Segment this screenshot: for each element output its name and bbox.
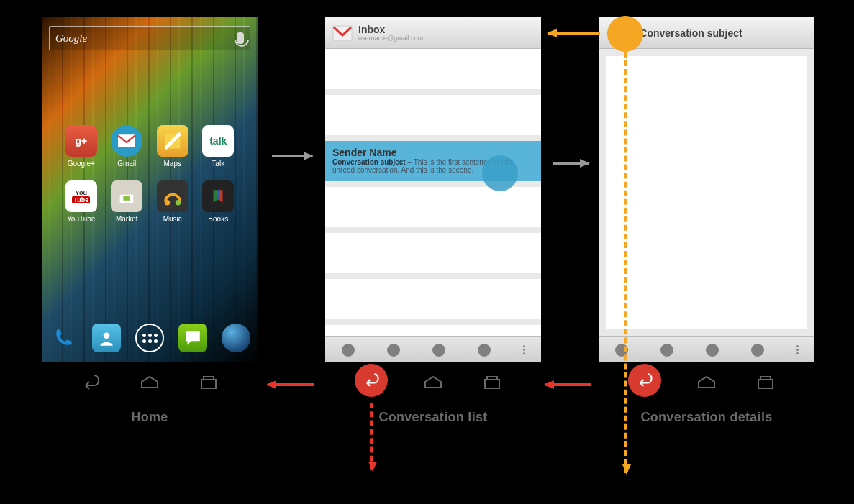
talk-icon: talk	[202, 125, 234, 157]
action-overflow[interactable]	[523, 345, 525, 354]
app-market[interactable]: Market	[106, 180, 148, 223]
column-conversation-list: Inbox username@gmail.com Sender Name Con…	[325, 17, 541, 425]
up-indicator-circle	[607, 16, 643, 52]
inbox-account: username@gmail.com	[358, 35, 423, 42]
app-music[interactable]: Music	[152, 180, 194, 223]
caption-home: Home	[42, 410, 258, 425]
action-overflow[interactable]	[796, 345, 799, 354]
action-item[interactable]	[342, 344, 355, 357]
dock-contacts[interactable]	[92, 324, 121, 352]
back-highlight-circle	[355, 364, 388, 397]
dock-messaging[interactable]	[178, 324, 207, 352]
arrow-back-details-to-list	[545, 383, 591, 386]
inbox-title: Inbox	[358, 24, 423, 35]
mail-row[interactable]	[325, 49, 541, 89]
system-nav-bar	[42, 368, 258, 397]
app-books[interactable]: Books	[198, 180, 240, 223]
action-bar	[599, 336, 814, 362]
action-item[interactable]	[706, 344, 719, 357]
inbox-screen: Inbox username@gmail.com Sender Name Con…	[325, 17, 541, 362]
search-bar[interactable]: Google	[49, 26, 250, 50]
action-item[interactable]	[432, 344, 445, 357]
dock-browser[interactable]	[222, 324, 250, 352]
app-maps[interactable]: Maps	[152, 125, 194, 168]
home-screen: Google g+ Google+ Gmail Maps	[42, 17, 258, 362]
arrow-back-list-to-home	[268, 383, 314, 386]
system-nav-bar	[325, 368, 541, 397]
svg-rect-7	[204, 377, 214, 380]
nav-home[interactable]	[422, 375, 444, 390]
system-nav-bar	[599, 368, 814, 397]
mail-list[interactable]: Sender Name Conversation subject – This …	[325, 49, 541, 336]
nav-back-icon	[635, 373, 654, 388]
nav-back-icon	[362, 373, 381, 388]
message-body[interactable]	[606, 56, 807, 329]
details-title: Conversation subject	[640, 28, 742, 38]
column-home: Google g+ Google+ Gmail Maps	[42, 17, 258, 425]
mic-icon[interactable]	[237, 32, 244, 44]
touch-indicator	[482, 155, 518, 191]
gmail-app-icon	[332, 25, 353, 41]
nav-recents[interactable]	[481, 375, 503, 390]
dock-all-apps[interactable]	[135, 324, 164, 352]
arrow-back-dashed-down-list	[370, 403, 373, 470]
gmail-icon	[111, 125, 142, 157]
market-icon	[111, 180, 142, 212]
app-talk[interactable]: talk Talk	[198, 125, 240, 168]
caption-list: Conversation list	[325, 410, 541, 425]
nav-recents[interactable]	[198, 375, 219, 390]
details-screen: ‹ Conversation subject	[599, 17, 814, 362]
dock-divider	[52, 316, 247, 316]
action-item[interactable]	[751, 344, 764, 357]
app-label: Talk	[198, 160, 240, 168]
arrow-up-nav	[548, 32, 600, 35]
nav-back[interactable]	[80, 375, 101, 390]
svg-rect-12	[758, 380, 773, 388]
action-item[interactable]	[478, 344, 491, 357]
app-label: Music	[152, 215, 194, 223]
app-grid: g+ Google+ Gmail Maps talk Talk	[60, 125, 239, 223]
svg-rect-6	[201, 380, 216, 388]
action-bar	[325, 336, 541, 362]
mail-row[interactable]	[325, 95, 541, 135]
mail-row[interactable]	[325, 233, 541, 273]
maps-icon	[157, 125, 188, 157]
action-item[interactable]	[387, 344, 400, 357]
nav-home[interactable]	[696, 375, 717, 390]
app-label: Google+	[60, 160, 102, 168]
app-gmail[interactable]: Gmail	[106, 125, 148, 168]
youtube-icon: You Tube	[65, 180, 97, 212]
google-plus-icon: g+	[65, 125, 97, 157]
app-youtube[interactable]: You Tube YouTube	[60, 180, 102, 223]
svg-point-3	[165, 200, 171, 206]
arrow-forward-home-to-list	[272, 155, 312, 157]
svg-rect-9	[485, 380, 499, 388]
music-icon	[157, 180, 188, 212]
svg-point-5	[104, 332, 110, 339]
app-label: YouTube	[60, 215, 102, 223]
svg-rect-2	[124, 196, 130, 201]
svg-rect-13	[760, 377, 771, 380]
svg-rect-10	[487, 377, 497, 380]
app-label: Books	[198, 215, 240, 223]
search-placeholder: Google	[55, 32, 87, 45]
inbox-header[interactable]: Inbox username@gmail.com	[325, 17, 541, 49]
back-highlight-circle	[628, 364, 661, 397]
app-label: Market	[106, 215, 148, 223]
app-label: Gmail	[106, 160, 148, 168]
books-icon	[202, 180, 234, 212]
column-conversation-details: ‹ Conversation subject Conversation deta…	[599, 17, 814, 425]
caption-details: Conversation details	[599, 410, 814, 425]
dock-phone[interactable]	[49, 324, 78, 352]
dock	[42, 321, 258, 355]
action-item[interactable]	[660, 344, 673, 357]
svg-point-4	[176, 200, 181, 206]
app-label: Maps	[152, 160, 194, 168]
mail-row[interactable]	[325, 279, 541, 319]
svg-rect-0	[118, 134, 135, 147]
mail-row[interactable]	[325, 187, 541, 227]
arrow-up-dashed-down-details	[624, 52, 627, 473]
nav-recents[interactable]	[755, 375, 776, 390]
nav-home[interactable]	[139, 375, 160, 390]
app-google-plus[interactable]: g+ Google+	[60, 125, 102, 168]
